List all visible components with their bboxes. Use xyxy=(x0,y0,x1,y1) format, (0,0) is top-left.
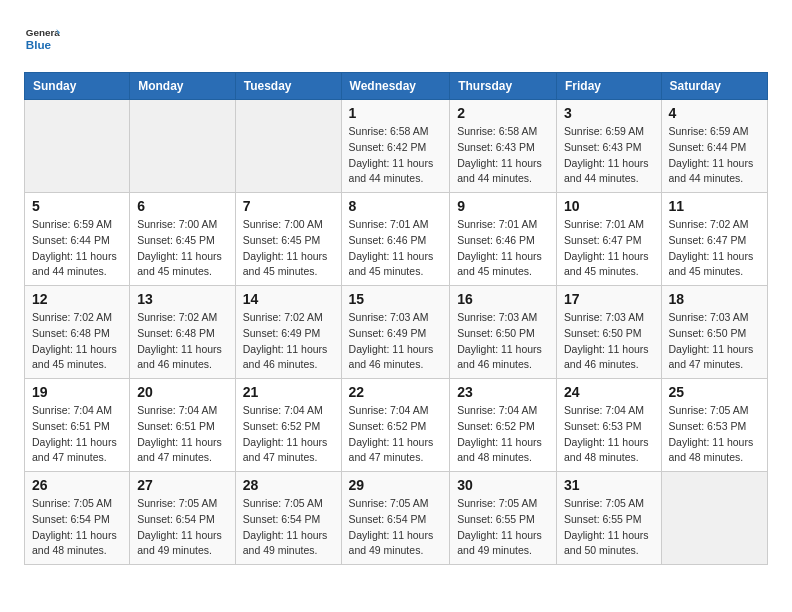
day-number: 4 xyxy=(669,105,760,121)
day-info: Sunrise: 7:01 AMSunset: 6:47 PMDaylight:… xyxy=(564,217,654,280)
day-number: 12 xyxy=(32,291,122,307)
calendar-cell: 16Sunrise: 7:03 AMSunset: 6:50 PMDayligh… xyxy=(450,286,557,379)
day-info: Sunrise: 7:05 AMSunset: 6:53 PMDaylight:… xyxy=(669,403,760,466)
day-number: 14 xyxy=(243,291,334,307)
day-info: Sunrise: 7:04 AMSunset: 6:52 PMDaylight:… xyxy=(349,403,443,466)
day-info: Sunrise: 7:00 AMSunset: 6:45 PMDaylight:… xyxy=(243,217,334,280)
day-number: 7 xyxy=(243,198,334,214)
day-info: Sunrise: 7:04 AMSunset: 6:51 PMDaylight:… xyxy=(137,403,228,466)
calendar-cell: 9Sunrise: 7:01 AMSunset: 6:46 PMDaylight… xyxy=(450,193,557,286)
calendar-cell: 4Sunrise: 6:59 AMSunset: 6:44 PMDaylight… xyxy=(661,100,767,193)
calendar-cell xyxy=(235,100,341,193)
day-info: Sunrise: 6:59 AMSunset: 6:44 PMDaylight:… xyxy=(32,217,122,280)
header: General Blue xyxy=(24,20,768,56)
calendar-cell xyxy=(661,472,767,565)
day-number: 15 xyxy=(349,291,443,307)
day-number: 5 xyxy=(32,198,122,214)
day-number: 3 xyxy=(564,105,654,121)
calendar-cell: 5Sunrise: 6:59 AMSunset: 6:44 PMDaylight… xyxy=(25,193,130,286)
calendar-cell xyxy=(130,100,236,193)
weekday-header: Monday xyxy=(130,73,236,100)
day-info: Sunrise: 7:03 AMSunset: 6:50 PMDaylight:… xyxy=(669,310,760,373)
day-number: 6 xyxy=(137,198,228,214)
calendar-cell: 19Sunrise: 7:04 AMSunset: 6:51 PMDayligh… xyxy=(25,379,130,472)
day-info: Sunrise: 6:58 AMSunset: 6:43 PMDaylight:… xyxy=(457,124,549,187)
calendar-cell: 26Sunrise: 7:05 AMSunset: 6:54 PMDayligh… xyxy=(25,472,130,565)
day-info: Sunrise: 7:05 AMSunset: 6:55 PMDaylight:… xyxy=(457,496,549,559)
day-number: 18 xyxy=(669,291,760,307)
day-number: 23 xyxy=(457,384,549,400)
day-number: 30 xyxy=(457,477,549,493)
day-number: 27 xyxy=(137,477,228,493)
calendar-cell: 15Sunrise: 7:03 AMSunset: 6:49 PMDayligh… xyxy=(341,286,450,379)
weekday-header: Saturday xyxy=(661,73,767,100)
logo: General Blue xyxy=(24,20,60,56)
calendar-cell: 17Sunrise: 7:03 AMSunset: 6:50 PMDayligh… xyxy=(556,286,661,379)
day-info: Sunrise: 6:59 AMSunset: 6:43 PMDaylight:… xyxy=(564,124,654,187)
weekday-header: Wednesday xyxy=(341,73,450,100)
logo-icon: General Blue xyxy=(24,20,60,56)
day-number: 22 xyxy=(349,384,443,400)
day-info: Sunrise: 7:03 AMSunset: 6:50 PMDaylight:… xyxy=(457,310,549,373)
day-info: Sunrise: 7:02 AMSunset: 6:49 PMDaylight:… xyxy=(243,310,334,373)
day-number: 21 xyxy=(243,384,334,400)
weekday-header: Sunday xyxy=(25,73,130,100)
day-info: Sunrise: 7:02 AMSunset: 6:48 PMDaylight:… xyxy=(32,310,122,373)
calendar-cell: 30Sunrise: 7:05 AMSunset: 6:55 PMDayligh… xyxy=(450,472,557,565)
calendar-cell: 2Sunrise: 6:58 AMSunset: 6:43 PMDaylight… xyxy=(450,100,557,193)
day-number: 28 xyxy=(243,477,334,493)
calendar-cell: 24Sunrise: 7:04 AMSunset: 6:53 PMDayligh… xyxy=(556,379,661,472)
calendar-cell: 22Sunrise: 7:04 AMSunset: 6:52 PMDayligh… xyxy=(341,379,450,472)
day-number: 24 xyxy=(564,384,654,400)
day-info: Sunrise: 7:04 AMSunset: 6:52 PMDaylight:… xyxy=(457,403,549,466)
day-number: 8 xyxy=(349,198,443,214)
calendar-cell: 20Sunrise: 7:04 AMSunset: 6:51 PMDayligh… xyxy=(130,379,236,472)
calendar-cell: 3Sunrise: 6:59 AMSunset: 6:43 PMDaylight… xyxy=(556,100,661,193)
day-number: 29 xyxy=(349,477,443,493)
svg-text:General: General xyxy=(26,27,60,38)
day-info: Sunrise: 7:03 AMSunset: 6:50 PMDaylight:… xyxy=(564,310,654,373)
day-info: Sunrise: 7:05 AMSunset: 6:54 PMDaylight:… xyxy=(137,496,228,559)
day-info: Sunrise: 7:02 AMSunset: 6:47 PMDaylight:… xyxy=(669,217,760,280)
day-number: 31 xyxy=(564,477,654,493)
page-container: General Blue SundayMondayTuesdayWednesda… xyxy=(0,0,792,581)
day-number: 9 xyxy=(457,198,549,214)
day-info: Sunrise: 7:04 AMSunset: 6:51 PMDaylight:… xyxy=(32,403,122,466)
day-info: Sunrise: 7:05 AMSunset: 6:54 PMDaylight:… xyxy=(32,496,122,559)
calendar-cell: 6Sunrise: 7:00 AMSunset: 6:45 PMDaylight… xyxy=(130,193,236,286)
calendar-cell: 18Sunrise: 7:03 AMSunset: 6:50 PMDayligh… xyxy=(661,286,767,379)
calendar-cell: 1Sunrise: 6:58 AMSunset: 6:42 PMDaylight… xyxy=(341,100,450,193)
day-info: Sunrise: 7:02 AMSunset: 6:48 PMDaylight:… xyxy=(137,310,228,373)
day-info: Sunrise: 7:01 AMSunset: 6:46 PMDaylight:… xyxy=(457,217,549,280)
calendar-cell: 25Sunrise: 7:05 AMSunset: 6:53 PMDayligh… xyxy=(661,379,767,472)
weekday-header: Tuesday xyxy=(235,73,341,100)
weekday-header: Thursday xyxy=(450,73,557,100)
day-info: Sunrise: 7:04 AMSunset: 6:53 PMDaylight:… xyxy=(564,403,654,466)
day-number: 10 xyxy=(564,198,654,214)
calendar-cell xyxy=(25,100,130,193)
calendar-cell: 13Sunrise: 7:02 AMSunset: 6:48 PMDayligh… xyxy=(130,286,236,379)
calendar-cell: 11Sunrise: 7:02 AMSunset: 6:47 PMDayligh… xyxy=(661,193,767,286)
day-number: 13 xyxy=(137,291,228,307)
calendar-cell: 27Sunrise: 7:05 AMSunset: 6:54 PMDayligh… xyxy=(130,472,236,565)
calendar-cell: 8Sunrise: 7:01 AMSunset: 6:46 PMDaylight… xyxy=(341,193,450,286)
calendar-cell: 10Sunrise: 7:01 AMSunset: 6:47 PMDayligh… xyxy=(556,193,661,286)
calendar-cell: 21Sunrise: 7:04 AMSunset: 6:52 PMDayligh… xyxy=(235,379,341,472)
day-number: 25 xyxy=(669,384,760,400)
calendar-table: SundayMondayTuesdayWednesdayThursdayFrid… xyxy=(24,72,768,565)
svg-text:Blue: Blue xyxy=(26,38,52,51)
calendar-cell: 12Sunrise: 7:02 AMSunset: 6:48 PMDayligh… xyxy=(25,286,130,379)
day-number: 19 xyxy=(32,384,122,400)
day-info: Sunrise: 6:58 AMSunset: 6:42 PMDaylight:… xyxy=(349,124,443,187)
calendar-cell: 28Sunrise: 7:05 AMSunset: 6:54 PMDayligh… xyxy=(235,472,341,565)
day-number: 11 xyxy=(669,198,760,214)
day-number: 26 xyxy=(32,477,122,493)
day-info: Sunrise: 7:01 AMSunset: 6:46 PMDaylight:… xyxy=(349,217,443,280)
day-number: 20 xyxy=(137,384,228,400)
day-number: 16 xyxy=(457,291,549,307)
calendar-cell: 29Sunrise: 7:05 AMSunset: 6:54 PMDayligh… xyxy=(341,472,450,565)
calendar-cell: 23Sunrise: 7:04 AMSunset: 6:52 PMDayligh… xyxy=(450,379,557,472)
day-info: Sunrise: 7:03 AMSunset: 6:49 PMDaylight:… xyxy=(349,310,443,373)
calendar-cell: 31Sunrise: 7:05 AMSunset: 6:55 PMDayligh… xyxy=(556,472,661,565)
day-info: Sunrise: 7:05 AMSunset: 6:55 PMDaylight:… xyxy=(564,496,654,559)
